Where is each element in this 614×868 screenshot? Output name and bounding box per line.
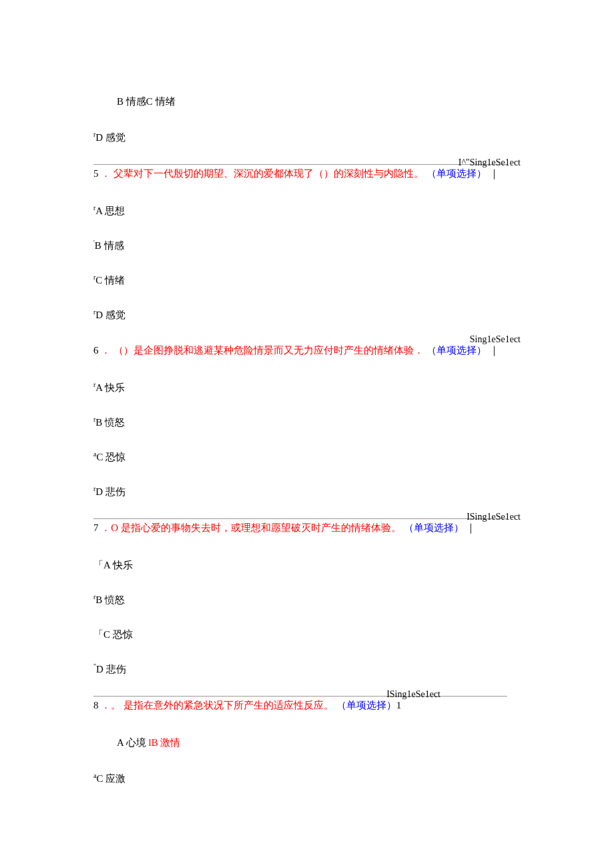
separator: l [146, 737, 151, 748]
q7-option-d[interactable]: "D 悲伤 [93, 661, 521, 677]
question-6: Sing1eSe1ect 6 ． （）是企图挣脱和逃避某种危险情景而又无力应付时… [93, 342, 521, 360]
option-text: C 恐惊 [96, 452, 125, 462]
dot: ． [101, 522, 111, 533]
question-4-partial: B 情感C 情绪 rD 感觉 [93, 93, 521, 145]
stem-prefix: 。 [111, 700, 121, 711]
option-text: A 快乐 [95, 382, 125, 393]
q5-option-d[interactable]: rD 感觉 [93, 307, 521, 323]
type-tag: Sing1eSe1ect [470, 332, 521, 347]
option-text: A 思想 [95, 205, 125, 216]
q6-option-d[interactable]: rD 悲伤 [93, 484, 521, 500]
radio-marker: 「 [93, 560, 103, 570]
question-stem: 8 ．。 是指在意外的紧急状况下所产生的适应性反应。 （单项选择）1 [93, 697, 521, 715]
dot: ． [101, 168, 111, 179]
q7-option-a[interactable]: 「A 快乐 [93, 557, 521, 573]
option-text: C 恐惊 [103, 629, 133, 640]
q6-option-b[interactable]: rB 愤怒 [93, 414, 521, 430]
type-tag: I^"Sing1eSe1ect [458, 155, 521, 170]
stem-text: 是指在意外的紧急状况下所产生的适应性反应。 [123, 700, 334, 711]
question-number: 8 [93, 700, 99, 711]
type-tag: ISing1eSe1ect [386, 687, 440, 702]
q4-option-d: rD 感觉 [93, 129, 521, 145]
q8-option-ab: A 心境 lB 激情 [93, 735, 521, 751]
question-type-label: （单项选择） [404, 522, 464, 533]
stem-text: 是指心爱的事物失去时，或理想和愿望破灭时产生的情绪体验。 [121, 522, 401, 533]
option-text: D 悲伤 [95, 486, 125, 497]
stem-text: （）是企图挣脱和逃避某种危险情景而又无力应付时产生的情绪体验． [113, 345, 424, 356]
question-number: 6 [93, 345, 99, 356]
question-number: 5 [93, 168, 99, 179]
dot: ． [101, 345, 111, 356]
dot: ． [101, 700, 111, 711]
option-text: A 快乐 [103, 560, 133, 570]
option-text: D 感觉 [95, 310, 125, 320]
question-stem: 7 ．O 是指心爱的事物失去时，或理想和愿望破灭时产生的情绪体验。 （单项选择）… [93, 519, 521, 537]
option-text: C 应激 [96, 773, 125, 784]
option-text: C 情绪 [95, 275, 125, 286]
option-text: D 悲伤 [96, 664, 126, 675]
question-stem: 6 ． （）是企图挣脱和逃避某种危险情景而又无力应付时产生的情绪体验． （单项选… [93, 342, 521, 360]
q5-option-c[interactable]: rC 情绪 [93, 272, 521, 288]
q5-option-b[interactable]: 'B 情感 [93, 238, 521, 254]
q6-option-c[interactable]: aC 恐惊 [93, 449, 521, 465]
option-a-text[interactable]: A 心境 [117, 737, 146, 748]
q8-option-c[interactable]: aC 应激 [93, 771, 521, 787]
q5-option-a[interactable]: rA 思想 [93, 203, 521, 219]
option-b-text[interactable]: B 激情 [151, 737, 181, 748]
stem-text: 父辈对下一代殷切的期望、深沉的爱都体现了（）的深刻性与内隐性。 [113, 168, 424, 179]
q4-option-bc: B 情感C 情绪 [93, 93, 521, 109]
type-tag: ISing1eSe1ect [467, 510, 521, 524]
question-number: 7 [93, 522, 99, 533]
radio-marker: 「 [93, 629, 103, 640]
q7-option-b[interactable]: rB 愤怒 [93, 592, 521, 608]
option-text: B 愤怒 [95, 417, 125, 428]
stem-prefix: O [111, 522, 118, 533]
question-5: I^"Sing1eSe1ect 5 ． 父辈对下一代殷切的期望、深沉的爱都体现了… [93, 165, 521, 183]
question-stem: 5 ． 父辈对下一代殷切的期望、深沉的爱都体现了（）的深刻性与内隐性。 （单项选… [93, 165, 521, 183]
question-8: ISing1eSe1ect 8 ．。 是指在意外的紧急状况下所产生的适应性反应。… [93, 697, 521, 715]
question-7: ISing1eSe1ect 7 ．O 是指心爱的事物失去时，或理想和愿望破灭时产… [93, 519, 521, 537]
q6-option-a[interactable]: rA 快乐 [93, 380, 521, 396]
option-text: B 愤怒 [95, 594, 125, 605]
q7-option-c[interactable]: 「C 恐惊 [93, 626, 521, 642]
option-text: B 情感 [95, 240, 124, 251]
option-text: D 感觉 [95, 132, 125, 143]
